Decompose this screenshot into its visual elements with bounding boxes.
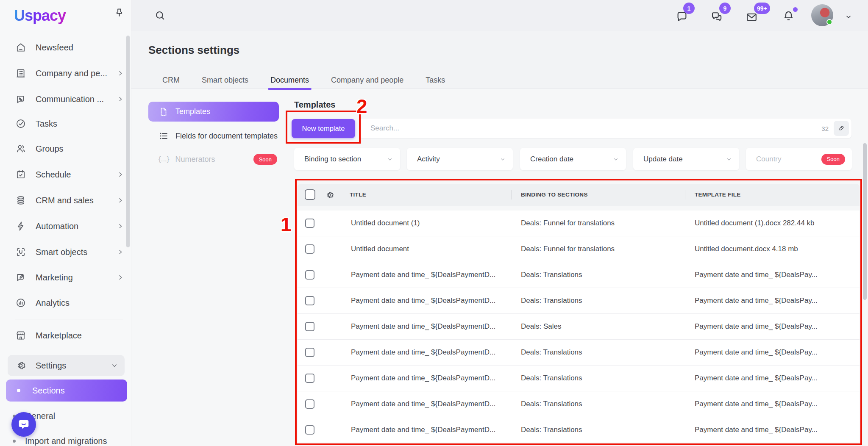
sidebar-item-label: Company and pe... <box>36 69 107 78</box>
cell-title: Untitled document (1) <box>351 219 420 227</box>
tab-company-and-people[interactable]: Company and people <box>331 76 403 86</box>
gear-icon <box>15 360 26 371</box>
page-scrollbar[interactable] <box>863 143 867 300</box>
sidebar-item-crm-and-sales[interactable]: CRM and sales <box>15 194 124 207</box>
filter-label: Creation date <box>530 155 573 163</box>
sidebar-divider <box>15 350 123 350</box>
filter-creation-date[interactable]: Creation date <box>520 148 626 170</box>
row-checkbox[interactable] <box>305 219 314 228</box>
support-chat-launcher[interactable] <box>11 412 36 437</box>
sidebar-item-marketing[interactable]: Marketing <box>15 271 124 284</box>
new-template-button[interactable]: New template <box>292 119 355 138</box>
search-result-count: 32 <box>821 125 829 132</box>
tab-smart-objects[interactable]: Smart objects <box>202 76 248 86</box>
table-row[interactable]: Untitled document Deals: Funnel for tran… <box>298 236 860 262</box>
cell-binding: Deals: Translations <box>521 348 582 357</box>
sidebar-item-groups[interactable]: Groups <box>15 142 124 155</box>
table-row[interactable]: Payment date and time_ ${DealsPaymentD..… <box>298 391 860 417</box>
app-logo[interactable]: Uspacy <box>14 7 66 25</box>
table-row[interactable]: Payment date and time_ ${DealsPaymentD..… <box>298 314 860 340</box>
sidebar-subitem-sections[interactable]: Sections <box>6 380 127 402</box>
sidebar-subitem-label: Import and migrations <box>25 436 107 446</box>
sidebar-scrollbar[interactable] <box>126 36 130 247</box>
sidebar-item-label: Marketing <box>36 273 73 283</box>
search-input[interactable] <box>370 124 816 133</box>
smart-objects-icon <box>15 247 26 258</box>
sidebar-item-communication[interactable]: Communication ... <box>15 93 124 105</box>
sidebar: Uspacy Newsfeed Company and pe... Commun… <box>0 0 131 446</box>
cell-title: Payment date and time_ ${DealsPaymentD..… <box>351 271 495 279</box>
building-icon <box>15 68 26 79</box>
row-checkbox[interactable] <box>305 296 314 305</box>
row-checkbox[interactable] <box>305 425 314 435</box>
tab-crm[interactable]: CRM <box>162 76 180 86</box>
cell-title: Payment date and time_ ${DealsPaymentD..… <box>351 296 495 305</box>
cell-title: Untitled document <box>351 245 409 253</box>
chevron-down-icon[interactable] <box>843 12 854 22</box>
eraser-icon <box>837 124 846 133</box>
bell-icon[interactable] <box>782 9 795 22</box>
bolt-icon <box>15 221 26 232</box>
sidebar-item-company-and-people[interactable]: Company and pe... <box>15 67 124 80</box>
table-row[interactable]: Payment date and time_ ${DealsPaymentD..… <box>298 417 860 443</box>
row-checkbox[interactable] <box>305 270 314 280</box>
filter-label: Country <box>756 155 782 163</box>
cell-title: Payment date and time_ ${DealsPaymentD..… <box>351 322 495 331</box>
column-settings-gear-icon[interactable] <box>325 190 334 200</box>
home-icon <box>15 42 26 53</box>
check-circle-icon <box>15 118 26 129</box>
column-header-template-file[interactable]: TEMPLATE FILE <box>695 191 741 198</box>
search-icon[interactable] <box>154 10 166 21</box>
table-row[interactable]: Payment date and time_ ${DealsPaymentD..… <box>298 262 860 288</box>
table-row[interactable]: Payment date and time_ ${DealsPaymentD..… <box>298 288 860 314</box>
sidebar-item-analytics[interactable]: Analytics <box>15 296 124 309</box>
row-checkbox[interactable] <box>305 374 314 383</box>
sidebar-divider <box>15 319 123 319</box>
table-row[interactable]: Payment date and time_ ${DealsPaymentD..… <box>298 340 860 366</box>
messenger-badge: 1 <box>683 3 695 14</box>
sidebar-item-newsfeed[interactable]: Newsfeed <box>15 41 124 54</box>
filter-update-date[interactable]: Update date <box>633 148 739 170</box>
mail-badge: 99+ <box>754 3 770 14</box>
subnav-item-fields-for-document-templates[interactable]: Fields for document templates <box>148 128 279 144</box>
chevron-right-icon <box>117 197 124 204</box>
sidebar-item-settings[interactable]: Settings <box>8 355 125 376</box>
column-header-binding[interactable]: BINDING TO SECTIONS <box>521 191 588 198</box>
select-all-checkbox[interactable] <box>305 189 315 200</box>
sidebar-item-label: Marketplace <box>36 331 82 341</box>
chevron-right-icon <box>117 274 124 281</box>
sidebar-item-automation[interactable]: Automation <box>15 220 124 233</box>
sidebar-item-marketplace[interactable]: Marketplace <box>15 329 124 342</box>
pin-icon[interactable] <box>114 7 125 19</box>
panel-heading: Templates <box>294 100 335 110</box>
sidebar-subitem-import-and-migrations[interactable]: Import and migrations <box>13 435 123 446</box>
subnav-item-templates[interactable]: Templates <box>148 102 279 122</box>
database-icon <box>15 195 26 206</box>
filter-label: Binding to section <box>304 155 361 163</box>
list-icon <box>159 131 169 141</box>
column-header-title[interactable]: TITLE <box>350 191 366 198</box>
row-checkbox[interactable] <box>305 399 314 409</box>
table-row[interactable]: Untitled document (1) Deals: Funnel for … <box>298 211 860 236</box>
cell-file: Untitled document (1).docx 282.44 kb <box>695 219 815 227</box>
row-checkbox[interactable] <box>305 244 314 254</box>
sidebar-item-tasks[interactable]: Tasks <box>15 117 124 130</box>
filter-binding-to-section[interactable]: Binding to section <box>294 148 400 170</box>
tab-tasks[interactable]: Tasks <box>426 76 445 86</box>
logo-u: U <box>14 7 25 24</box>
filter-activity[interactable]: Activity <box>407 148 513 170</box>
cell-title: Payment date and time_ ${DealsPaymentD..… <box>351 374 495 382</box>
row-checkbox[interactable] <box>305 348 314 357</box>
tab-documents[interactable]: Documents <box>270 76 309 86</box>
subnav-item-numerators: {...} Numerators Soon <box>148 152 279 167</box>
sidebar-item-label: Tasks <box>36 119 57 129</box>
sidebar-item-smart-objects[interactable]: Smart objects <box>15 246 124 258</box>
sidebar-item-schedule[interactable]: Schedule <box>15 168 124 181</box>
cell-file: Payment date and time_ ${DealsPay... <box>695 400 818 408</box>
row-checkbox[interactable] <box>305 322 314 331</box>
sidebar-subitem-label: Sections <box>32 386 65 396</box>
clear-search-button[interactable] <box>834 121 849 136</box>
table-row[interactable]: Payment date and time_ ${DealsPaymentD..… <box>298 366 860 391</box>
sidebar-item-label: Newsfeed <box>36 43 73 53</box>
document-icon <box>159 107 169 117</box>
